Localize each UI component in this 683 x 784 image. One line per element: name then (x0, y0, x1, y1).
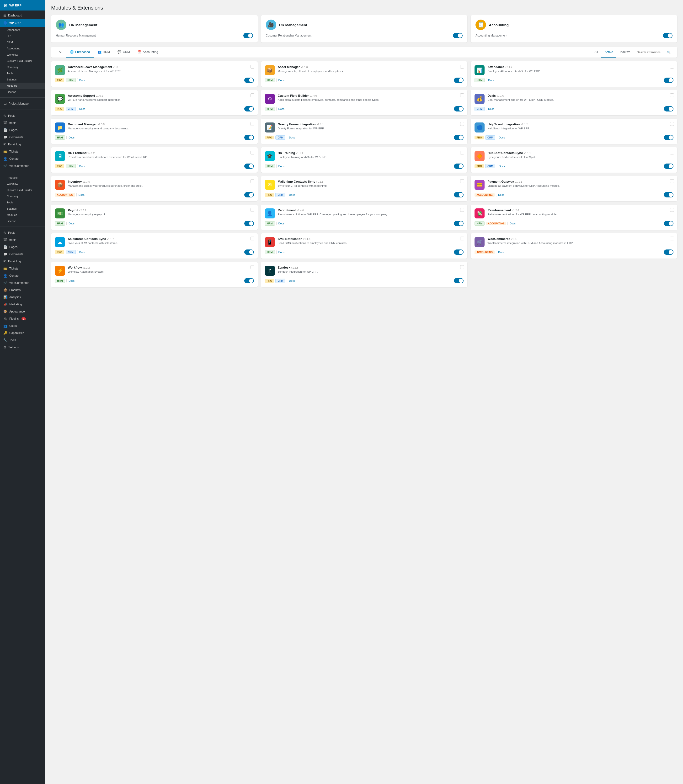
sidebar-item-tools2[interactable]: Tools (0, 199, 45, 206)
module-tag[interactable]: Docs (66, 136, 77, 139)
module-tag[interactable]: Docs (276, 164, 286, 168)
module-checkbox[interactable] (670, 93, 674, 97)
sidebar-item-woocommerce[interactable]: 🛒WooCommerce (0, 162, 45, 170)
module-toggle[interactable] (244, 106, 254, 112)
sidebar-item-dashboard-top[interactable]: ⊞ Dashboard (0, 12, 45, 19)
module-tag[interactable]: Docs (276, 250, 286, 254)
search-box[interactable]: 🔍 (634, 49, 673, 56)
module-tag[interactable]: Docs (276, 78, 286, 82)
module-checkbox[interactable] (670, 208, 674, 212)
sidebar-item-wperp[interactable]: 🔵 WP ERP (0, 19, 45, 27)
module-toggle[interactable] (244, 135, 254, 140)
module-toggle[interactable] (454, 78, 463, 83)
sidebar-item-modules[interactable]: Modules (0, 83, 45, 89)
sidebar-item-media2[interactable]: 🖼Media (0, 236, 45, 243)
sidebar-item-workflow2[interactable]: Workflow (0, 181, 45, 187)
sidebar-item-woocommerce2[interactable]: 🛒WooCommerce (0, 279, 45, 286)
sidebar-item-comments2[interactable]: 💬Comments (0, 251, 45, 258)
module-tag[interactable]: Docs (287, 136, 297, 139)
module-checkbox[interactable] (250, 93, 254, 97)
sidebar-item-appearance[interactable]: 🎨Appearance (0, 308, 45, 315)
module-toggle[interactable] (664, 135, 673, 140)
sidebar-item-posts[interactable]: ✎Posts (0, 112, 45, 119)
module-toggle[interactable] (454, 192, 463, 197)
module-tag[interactable]: Docs (287, 279, 297, 283)
module-checkbox[interactable] (250, 150, 254, 154)
module-tag[interactable]: Docs (496, 193, 506, 197)
sidebar-item-company2[interactable]: Company (0, 193, 45, 199)
sidebar-item-settings3[interactable]: ⚙Settings (0, 344, 45, 351)
module-toggle[interactable] (244, 163, 254, 169)
module-tag[interactable]: Docs (486, 78, 496, 82)
sidebar-item-contact[interactable]: 👤Contact (0, 155, 45, 162)
sidebar-item-project-manager[interactable]: 🗂 Project Manager (0, 100, 45, 107)
sidebar-item-marketing[interactable]: 📣Marketing (0, 301, 45, 308)
module-tag[interactable]: Docs (77, 78, 87, 82)
module-tag[interactable]: Docs (486, 107, 496, 111)
module-tag[interactable]: Docs (497, 164, 507, 168)
module-toggle[interactable] (664, 221, 673, 226)
module-tag[interactable]: Docs (496, 250, 506, 254)
module-checkbox[interactable] (670, 179, 674, 183)
module-tag[interactable]: Docs (77, 193, 87, 197)
sidebar-item-comments[interactable]: 💬Comments (0, 134, 45, 141)
sidebar-item-cfb2[interactable]: Custom Field Builder (0, 187, 45, 193)
module-tag[interactable]: Docs (77, 107, 87, 111)
module-tag[interactable]: Docs (66, 279, 77, 283)
sidebar-item-posts2[interactable]: ✎Posts (0, 229, 45, 236)
status-tab-inactive[interactable]: Inactive (616, 47, 634, 58)
module-checkbox[interactable] (460, 65, 464, 69)
module-tag[interactable]: Docs (77, 250, 87, 254)
sidebar-item-plugins[interactable]: 🔌Plugins1 (0, 315, 45, 322)
module-checkbox[interactable] (670, 237, 674, 240)
filter-tab-all[interactable]: All (55, 47, 66, 58)
module-checkbox[interactable] (460, 122, 464, 126)
sidebar-item-workflow[interactable]: Workflow (0, 51, 45, 58)
sidebar-item-tickets2[interactable]: 🎫Tickets (0, 265, 45, 272)
filter-tab-purchased[interactable]: 🌐 Purchased (66, 47, 94, 58)
filter-tab-accounting[interactable]: 📅 Accounting (134, 47, 162, 58)
module-checkbox[interactable] (460, 208, 464, 212)
sidebar-item-hr[interactable]: HR (0, 33, 45, 39)
module-toggle[interactable] (454, 221, 463, 226)
sidebar-item-products[interactable]: Products (0, 174, 45, 181)
module-checkbox[interactable] (670, 122, 674, 126)
module-toggle[interactable] (244, 78, 254, 83)
module-checkbox[interactable] (670, 65, 674, 69)
sidebar-item-contact2[interactable]: 👤Contact (0, 272, 45, 279)
sidebar-item-license2[interactable]: License (0, 218, 45, 224)
sidebar-item-emaillog[interactable]: ✉Email Log (0, 141, 45, 148)
hr-toggle[interactable] (243, 33, 253, 38)
sidebar-item-dashboard[interactable]: Dashboard (0, 27, 45, 33)
sidebar-item-accounting[interactable]: Accounting (0, 45, 45, 51)
filter-tab-crm[interactable]: 💬 CRM (114, 47, 134, 58)
status-tab-active[interactable]: Active (601, 47, 616, 58)
sidebar-item-cfb[interactable]: Custom Field Builder (0, 58, 45, 64)
module-checkbox[interactable] (250, 237, 254, 240)
sidebar-item-tools[interactable]: Tools (0, 70, 45, 77)
module-tag[interactable]: Docs (287, 193, 297, 197)
crm-toggle[interactable] (453, 33, 463, 38)
sidebar-item-pages2[interactable]: 📄Pages (0, 243, 45, 251)
filter-tab-hrm[interactable]: 👥 HRM (94, 47, 114, 58)
module-toggle[interactable] (244, 278, 254, 283)
module-toggle[interactable] (244, 250, 254, 255)
sidebar-item-tickets[interactable]: 🎫Tickets (0, 148, 45, 155)
module-checkbox[interactable] (460, 265, 464, 269)
sidebar-item-capabilities[interactable]: 🔑Capabilities (0, 330, 45, 337)
module-tag[interactable]: Docs (507, 222, 518, 226)
module-checkbox[interactable] (460, 150, 464, 154)
module-toggle[interactable] (454, 278, 463, 283)
sidebar-item-settings2[interactable]: Settings (0, 206, 45, 212)
module-checkbox[interactable] (460, 93, 464, 97)
module-toggle[interactable] (664, 250, 673, 255)
status-tab-all[interactable]: All (591, 47, 601, 58)
sidebar-item-modules2[interactable]: Modules (0, 212, 45, 218)
sidebar-logo[interactable]: ⊕ WP ERP (0, 0, 45, 11)
module-checkbox[interactable] (250, 179, 254, 183)
sidebar-item-emaillog2[interactable]: ✉Email Log (0, 258, 45, 265)
module-toggle[interactable] (664, 163, 673, 169)
module-toggle[interactable] (454, 250, 463, 255)
module-checkbox[interactable] (250, 208, 254, 212)
module-toggle[interactable] (664, 106, 673, 112)
